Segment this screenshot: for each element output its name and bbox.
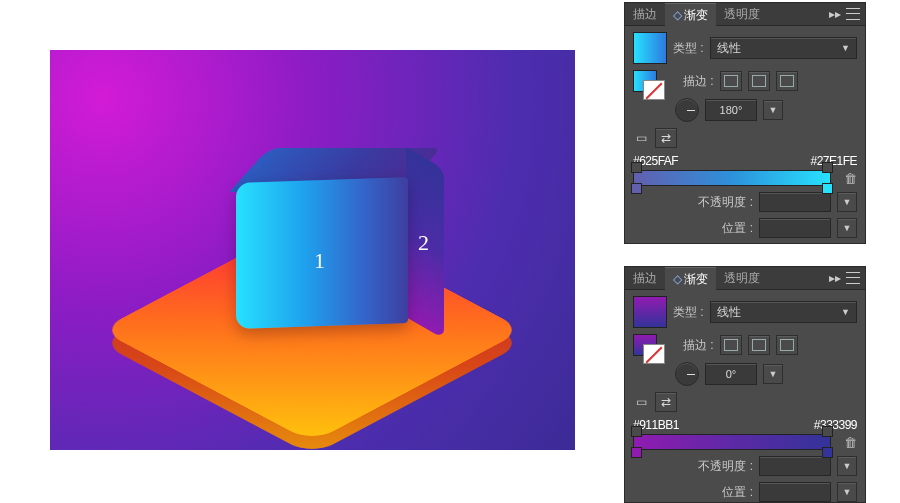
position-label: 位置 : [722, 484, 753, 501]
stroke-none-swatch[interactable] [643, 80, 665, 100]
gradient-ramp[interactable] [633, 170, 831, 186]
opacity-stop-left[interactable] [631, 162, 642, 173]
color-stop-left[interactable] [631, 447, 642, 458]
gradient-ramp[interactable] [633, 434, 831, 450]
opacity-input[interactable] [759, 456, 831, 476]
panel-menu-icon[interactable] [845, 271, 861, 285]
opacity-input[interactable] [759, 192, 831, 212]
type-label: 类型 : [673, 40, 704, 57]
stroke-option-1[interactable] [720, 71, 742, 91]
opacity-step[interactable]: ▼ [837, 192, 857, 212]
tab-stroke[interactable]: 描边 [625, 267, 665, 289]
tab-transparency[interactable]: 透明度 [716, 267, 768, 289]
angle-step[interactable]: ▼ [763, 364, 783, 384]
opacity-stop-left[interactable] [631, 426, 642, 437]
angle-dial[interactable] [675, 362, 699, 386]
gradient-panel-1: 描边 ◇渐变 透明度 ▸▸ 类型 : 线性 ▼ [624, 2, 866, 244]
stroke-option-2[interactable] [748, 335, 770, 355]
tab-stroke[interactable]: 描边 [625, 3, 665, 25]
opacity-label: 不透明度 : [698, 194, 753, 211]
angle-step[interactable]: ▼ [763, 100, 783, 120]
position-label: 位置 : [722, 220, 753, 237]
type-label: 类型 : [673, 304, 704, 321]
angle-dial[interactable] [675, 98, 699, 122]
stroke-option-3[interactable] [776, 335, 798, 355]
stroke-none-swatch[interactable] [643, 344, 665, 364]
angle-input[interactable] [705, 99, 757, 121]
position-step[interactable]: ▼ [837, 218, 857, 238]
type-select[interactable]: 线性 ▼ [710, 301, 857, 323]
tab-gradient[interactable]: ◇渐变 [665, 3, 716, 26]
opacity-stop-right[interactable] [822, 426, 833, 437]
aspect-icon[interactable]: ▭ [633, 131, 649, 145]
face-label-2: 2 [418, 230, 429, 256]
stroke-option-1[interactable] [720, 335, 742, 355]
opacity-step[interactable]: ▼ [837, 456, 857, 476]
delete-stop-icon[interactable]: 🗑 [843, 171, 857, 186]
tab-gradient-label: 渐变 [684, 272, 708, 286]
stroke-label: 描边 : [683, 73, 714, 90]
hex-right: #27E1FE [810, 154, 857, 168]
stroke-label: 描边 : [683, 337, 714, 354]
collapse-icon[interactable]: ▸▸ [827, 7, 843, 21]
hex-right: #333399 [814, 418, 857, 432]
gradient-preview-swatch[interactable] [633, 32, 667, 64]
color-stop-right[interactable] [822, 183, 833, 194]
opacity-stop-right[interactable] [822, 162, 833, 173]
tab-transparency[interactable]: 透明度 [716, 3, 768, 25]
gradient-panel-2: 描边 ◇渐变 透明度 ▸▸ 类型 : 线性 ▼ [624, 266, 866, 503]
opacity-label: 不透明度 : [698, 458, 753, 475]
face-label-1: 1 [314, 248, 325, 274]
tab-gradient-label: 渐变 [684, 8, 708, 22]
angle-input[interactable] [705, 363, 757, 385]
panel-menu-icon[interactable] [845, 7, 861, 21]
stroke-option-2[interactable] [748, 71, 770, 91]
position-step[interactable]: ▼ [837, 482, 857, 502]
color-stop-right[interactable] [822, 447, 833, 458]
type-value: 线性 [717, 304, 741, 321]
tab-gradient[interactable]: ◇渐变 [665, 267, 716, 290]
position-input[interactable] [759, 218, 831, 238]
aspect-icon[interactable]: ▭ [633, 395, 649, 409]
reverse-button[interactable]: ⇄ [655, 128, 677, 148]
color-stop-left[interactable] [631, 183, 642, 194]
collapse-icon[interactable]: ▸▸ [827, 271, 843, 285]
reverse-button[interactable]: ⇄ [655, 392, 677, 412]
delete-stop-icon[interactable]: 🗑 [843, 435, 857, 450]
type-select[interactable]: 线性 ▼ [710, 37, 857, 59]
type-value: 线性 [717, 40, 741, 57]
position-input[interactable] [759, 482, 831, 502]
artboard: 1 2 [50, 50, 575, 450]
gradient-preview-swatch[interactable] [633, 296, 667, 328]
panel-tabs: 描边 ◇渐变 透明度 ▸▸ [625, 3, 865, 26]
stroke-option-3[interactable] [776, 71, 798, 91]
panel-tabs: 描边 ◇渐变 透明度 ▸▸ [625, 267, 865, 290]
